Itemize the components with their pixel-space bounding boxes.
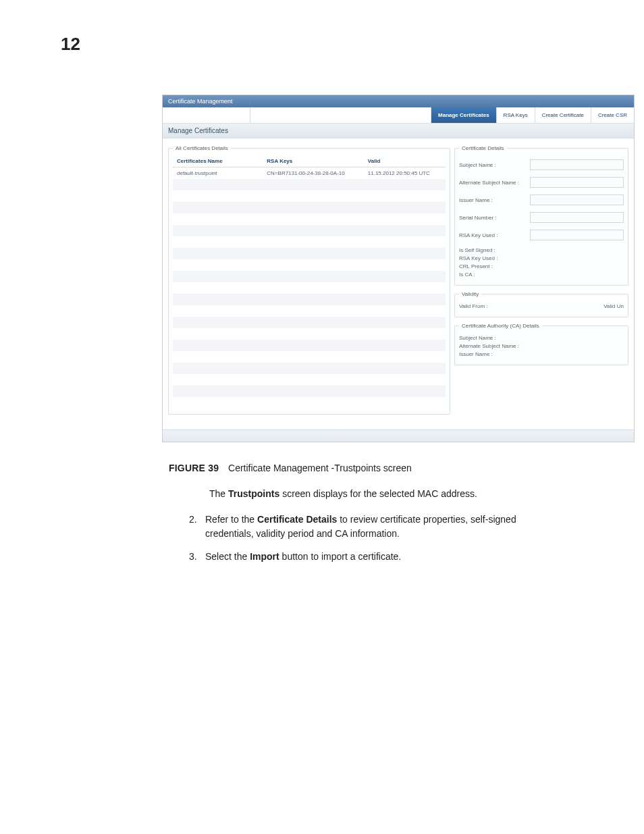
validity-legend: Validity <box>459 291 481 297</box>
label-rsa-key-used-2: RSA Key Used : <box>459 255 530 261</box>
bottom-bar <box>163 429 634 442</box>
certificate-management-screenshot: Certificate Management Manage Certificat… <box>162 95 635 442</box>
tab-create-csr[interactable]: Create CSR <box>591 107 634 123</box>
top-toolbar: Manage Certificates RSA Keys Create Cert… <box>163 107 634 124</box>
tab-rsa-keys[interactable]: RSA Keys <box>496 107 535 123</box>
label-ca-issuer-name: Issuer Name : <box>459 351 530 357</box>
toolbar-spacer <box>163 107 250 123</box>
label-ca-subject-name: Subject Name : <box>459 335 530 341</box>
figure-label: FIGURE 39 <box>169 463 219 473</box>
section-subheader: Manage Certificates <box>163 124 634 138</box>
tab-create-certificate[interactable]: Create Certificate <box>535 107 591 123</box>
label-alt-subject-name: Alternate Subject Name : <box>459 180 530 186</box>
intro-paragraph: The Trustpoints screen displays for the … <box>209 487 554 500</box>
input-issuer-name[interactable] <box>530 194 624 205</box>
col-cert-name[interactable]: Certificates Name <box>173 155 263 167</box>
cell-rsa-keys: CN=BR7131-00-24-38-28-0A-10 <box>263 167 363 180</box>
tab-manage-certificates[interactable]: Manage Certificates <box>431 107 496 123</box>
table-row[interactable]: default-trustpoint CN=BR7131-00-24-38-28… <box>173 167 446 180</box>
input-subject-name[interactable] <box>530 159 624 170</box>
label-is-self-signed: Is Self Signed : <box>459 247 530 253</box>
col-rsa-keys[interactable]: RSA Keys <box>263 155 363 167</box>
col-valid[interactable]: Valid <box>364 155 446 167</box>
cell-cert-name: default-trustpoint <box>173 167 263 180</box>
label-is-ca: Is CA : <box>459 271 530 278</box>
label-valid-until: Valid Un <box>603 303 624 309</box>
all-certificates-legend: All Certificates Details <box>173 145 231 151</box>
certificates-table: Certificates Name RSA Keys Valid default… <box>173 155 446 409</box>
label-ca-alt-subject-name: Alternate Subject Name : <box>459 343 554 349</box>
label-valid-from: Valid From : <box>459 303 488 309</box>
label-serial-number: Serial Number : <box>459 215 530 221</box>
step-3-number: 3. <box>189 550 205 563</box>
validity-group: Validity Valid From : Valid Un <box>454 291 628 317</box>
cell-valid: 11.15.2012 20:50:45 UTC <box>364 167 446 180</box>
ca-details-group: Certificate Authority (CA) Details Subje… <box>454 323 628 365</box>
label-issuer-name: Issuer Name : <box>459 197 530 203</box>
certificate-details-legend: Certificate Details <box>459 145 507 151</box>
page-number: 12 <box>61 34 80 55</box>
step-2: 2. Refer to the Certificate Details to r… <box>189 513 554 540</box>
label-crl-present: CRL Present : <box>459 263 530 269</box>
figure-title: Certificate Management -Trustpoints scre… <box>228 463 412 473</box>
label-subject-name: Subject Name : <box>459 162 530 168</box>
window-title: Certificate Management <box>163 95 634 107</box>
figure-caption: FIGURE 39 Certificate Management -Trustp… <box>169 463 603 473</box>
certificate-details-group: Certificate Details Subject Name : Alter… <box>454 145 628 286</box>
input-rsa-key-used[interactable] <box>530 230 624 240</box>
step-2-number: 2. <box>189 513 205 540</box>
input-alt-subject-name[interactable] <box>530 177 624 188</box>
label-rsa-key-used: RSA Key Used : <box>459 232 530 238</box>
step-3: 3. Select the Import button to import a … <box>189 550 554 563</box>
input-serial-number[interactable] <box>530 212 624 223</box>
all-certificates-group: All Certificates Details Certificates Na… <box>168 145 450 415</box>
ca-details-legend: Certificate Authority (CA) Details <box>459 323 542 329</box>
